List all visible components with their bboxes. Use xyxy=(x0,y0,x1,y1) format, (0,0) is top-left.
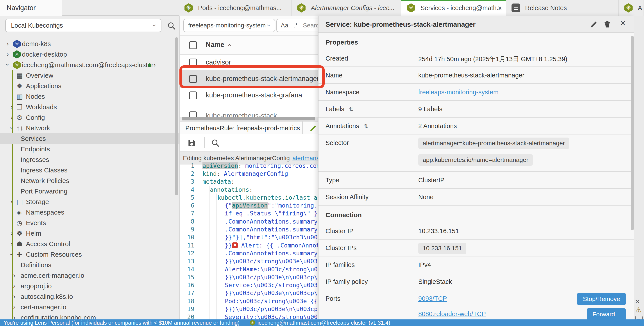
tab-label: Pods - icecheng@mathmas... xyxy=(198,4,282,12)
sidebar-item-workloads[interactable]: ›❒Workloads xyxy=(0,102,180,112)
save-icon[interactable] xyxy=(187,138,196,148)
port-action-button[interactable]: Forward... xyxy=(587,308,626,320)
chevron-right-icon[interactable]: › xyxy=(6,40,9,48)
drawer-scrollbar[interactable] xyxy=(631,36,634,230)
port-action-button[interactable]: Stop/Remove xyxy=(577,293,626,305)
sidebar-item-definitions[interactable]: Definitions xyxy=(0,260,180,270)
tab-bar: Navigator ✳Pods - icecheng@mathmas...✳Al… xyxy=(0,0,644,16)
tab-services-icecheng-math-[interactable]: ✳Services - icecheng@math...× xyxy=(401,0,506,16)
network-icon: ↑↓ xyxy=(16,124,23,132)
notification-close-icon[interactable]: × xyxy=(635,297,640,306)
right-edge-rail: × ⚠ xyxy=(634,16,644,320)
code-token: Service:\u003c/strong\u003e { xyxy=(225,282,328,288)
chevron-right-icon[interactable]: › xyxy=(10,103,13,110)
chevron-right-icon[interactable]: › xyxy=(10,240,13,248)
row-checkbox[interactable] xyxy=(189,112,197,117)
editor-search-icon[interactable] xyxy=(211,139,220,148)
sidebar-item-access-control[interactable]: ›☗Access Control xyxy=(0,239,180,249)
sidebar-item-docker-desktop[interactable]: ›✳docker-desktop xyxy=(0,49,180,60)
row-value: SingleStack xyxy=(418,278,452,286)
sidebar-item-endpoints[interactable]: Endpoints xyxy=(0,144,180,154)
section-heading-properties: Properties xyxy=(318,33,634,50)
delete-trash-icon[interactable] xyxy=(603,20,612,28)
sidebar-item-nodes[interactable]: ▥Nodes xyxy=(0,91,180,102)
chevron-right-icon[interactable]: › xyxy=(13,272,15,279)
line-number: 20 xyxy=(180,314,199,320)
sidebar-item-demo-k8s[interactable]: ›✳demo-k8s xyxy=(0,38,180,49)
sidebar-item-network-policies[interactable]: Network Policies xyxy=(0,176,180,186)
section-heading-label: Properties xyxy=(326,38,358,46)
sort-both-icon[interactable]: ⇅ xyxy=(347,106,353,112)
select-all-checkbox[interactable] xyxy=(189,41,197,49)
indent-guide xyxy=(209,313,210,320)
sidebar-item-port-forwarding[interactable]: Port Forwarding xyxy=(0,186,180,196)
chevron-right-icon[interactable]: › xyxy=(13,293,15,300)
chevron-right-icon[interactable]: › xyxy=(10,198,13,205)
port-link[interactable]: 9093/TCP xyxy=(418,295,447,302)
code-text: .CommonAnnotations.summary }} xyxy=(202,226,328,233)
row-value: kube-prometheus-stack-alertmanager xyxy=(418,72,524,79)
namespace-select[interactable]: freeleaps-monitoring-system › xyxy=(183,19,275,32)
line-number: 16 xyxy=(180,282,199,288)
sort-both-icon[interactable]: ⇅ xyxy=(362,123,368,129)
sidebar-item-helm[interactable]: ›☸Helm xyxy=(0,228,180,239)
chevron-right-icon[interactable]: › xyxy=(6,50,9,58)
sidebar-item-cert-manager-io[interactable]: ›cert-manager.io xyxy=(0,302,180,312)
sidebar-item-ingresses[interactable]: Ingresses xyxy=(0,154,180,165)
sidebar-item-custom-resources[interactable]: ›✚Custom Resources xyxy=(0,249,180,260)
sidebar-item-argoproj-io[interactable]: ›argoproj.io xyxy=(0,281,180,291)
sidebar-scrollbar[interactable] xyxy=(175,37,178,195)
edit-pencil-icon[interactable] xyxy=(309,124,317,132)
chevron-right-icon[interactable]: › xyxy=(10,230,13,237)
indent-guide xyxy=(209,249,210,257)
horizontal-scrollbar-thumb[interactable] xyxy=(182,117,315,120)
chevron-right-icon[interactable]: › xyxy=(13,314,15,320)
annotation-highlight-box xyxy=(180,66,325,88)
tab-label: Services - icecheng@math... xyxy=(420,4,502,12)
chevron-right-icon[interactable]: › xyxy=(154,61,156,68)
sidebar-item-autoscaling-k8s-io[interactable]: ›autoscaling.k8s.io xyxy=(0,291,180,302)
sidebar-item-config[interactable]: ›⚙Config xyxy=(0,112,180,123)
tab-release-notes[interactable]: ☰Release Notes xyxy=(506,0,618,16)
sidebar-item-services[interactable]: Services xyxy=(0,134,180,144)
chevron-right-icon[interactable]: › xyxy=(13,282,15,290)
chevron-down-icon[interactable]: › xyxy=(8,127,15,129)
sidebar-item-events[interactable]: ◷Events xyxy=(0,218,180,228)
port-link[interactable]: 8080:reloader-web/TCP xyxy=(418,310,486,318)
code-token: }})\u003c/p\u003e\n\u003cp\u00 xyxy=(225,306,332,312)
name-column-header[interactable]: Name› xyxy=(206,41,230,49)
sidebar-item-icecheng-mathmast-com-freeleaps-cluster[interactable]: ›✳icecheng@mathmast.com@freeleaps-cluste… xyxy=(0,60,180,70)
navigator-sidebar: Local Kubeconfigs › ›✳demo-k8s›✳docker-d… xyxy=(0,16,180,320)
chevron-right-icon[interactable]: › xyxy=(13,303,15,311)
sidebar-item-applications[interactable]: ❖Applications xyxy=(0,81,180,91)
sidebar-item-storage[interactable]: ›▤Storage xyxy=(0,196,180,207)
sidebar-item-network[interactable]: ›↑↓Network xyxy=(0,123,180,134)
kubeconfig-select[interactable]: Local Kubeconfigs › xyxy=(5,19,162,32)
row-value[interactable]: freeleaps-monitoring-system xyxy=(418,89,498,96)
code-token: }}\u003c/p\u003e\n\u003cp\u003 xyxy=(225,274,332,280)
sidebar-item-overview[interactable]: ▦Overview xyxy=(0,70,180,81)
tab-a[interactable]: ✳A xyxy=(618,0,644,16)
match-case-icon[interactable]: Aa xyxy=(281,22,288,29)
sidebar-item-label: Namespaces xyxy=(26,209,64,216)
chevron-down-icon[interactable]: › xyxy=(4,64,12,66)
active-cluster-status[interactable]: ✳ icecheng@mathmast.com@freeleaps-cluste… xyxy=(250,320,390,326)
sidebar-item-configuration-konghq-com[interactable]: ›configuration.konghq.com xyxy=(0,312,180,320)
regex-icon[interactable]: .* xyxy=(294,22,298,29)
tab-pods-icecheng-mathmas-[interactable]: ✳Pods - icecheng@mathmas... xyxy=(179,0,292,16)
sidebar-item-acme-cert-manager-io[interactable]: ›acme.cert-manager.io xyxy=(0,270,180,281)
chevron-right-icon[interactable]: › xyxy=(10,114,13,121)
tab-alertmanager-configs-ice[interactable]: ✳Alertmanager Configs - icec... xyxy=(292,0,401,16)
row-checkbox[interactable] xyxy=(189,92,197,100)
sidebar-item-namespaces[interactable]: ◈Namespaces xyxy=(0,207,180,218)
tab-close-icon[interactable]: × xyxy=(498,4,502,12)
sidebar-item-label: Services xyxy=(20,135,46,142)
sidebar-item-ingress-classes[interactable]: Ingress Classes xyxy=(0,165,180,176)
search-icon[interactable] xyxy=(167,22,176,30)
horizontal-scrollbar[interactable] xyxy=(180,117,318,121)
close-icon[interactable]: × xyxy=(620,18,626,28)
sidebar-item-label: Overview xyxy=(26,72,53,79)
chevron-down-icon[interactable]: › xyxy=(8,253,15,255)
edit-pencil-icon[interactable] xyxy=(590,20,598,28)
indent-guide xyxy=(224,305,224,313)
